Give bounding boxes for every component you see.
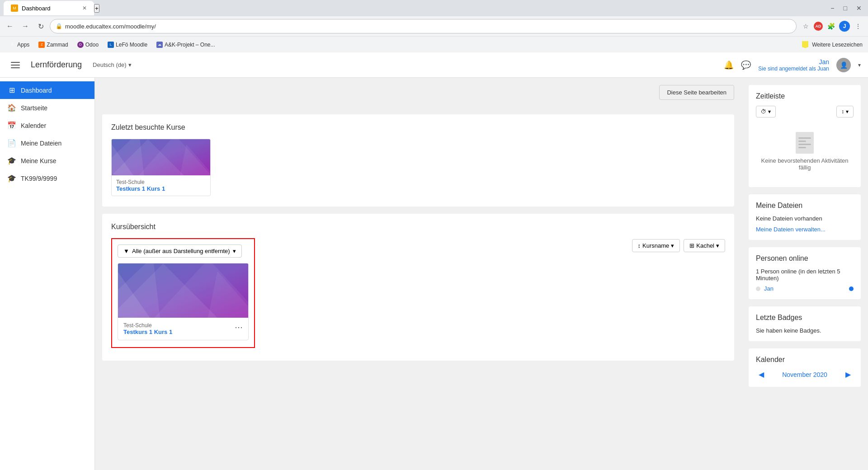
badges-widget: Letzte Badges Sie haben keine Badges. bbox=[749, 306, 861, 341]
tab-title: Dashboard bbox=[22, 5, 51, 12]
timeline-line-2 bbox=[798, 141, 806, 142]
calendar-prev-button[interactable]: ◀ bbox=[756, 369, 767, 380]
ext-icon[interactable]: AD bbox=[814, 22, 823, 31]
timeline-sort-button[interactable]: ↕ ▾ bbox=[836, 106, 854, 118]
hamburger-menu-button[interactable] bbox=[7, 57, 24, 73]
menu-button[interactable]: ⋮ bbox=[852, 20, 864, 33]
sidebar-item-startseite[interactable]: 🏠 Startseite bbox=[0, 99, 94, 117]
browser-icons-right: ☆ AD 🧩 J ⋮ bbox=[799, 20, 864, 33]
filter-bar: ▼ Alle (außer aus Darstellung entfernte)… bbox=[118, 244, 249, 258]
timeline-line-4 bbox=[798, 147, 806, 148]
online-user-item: Jan bbox=[756, 285, 854, 292]
sidebar-item-meine-kurse[interactable]: 🎓 Meine Kurse bbox=[0, 152, 94, 169]
forward-button[interactable]: → bbox=[19, 20, 32, 33]
course-image-pattern bbox=[112, 139, 210, 175]
course-options-button[interactable]: ⋯ bbox=[235, 322, 243, 332]
course-name[interactable]: Testkurs 1 Kurs 1 bbox=[116, 185, 206, 192]
messages-button[interactable]: 💬 bbox=[741, 60, 751, 70]
sort-icon: ↕ bbox=[638, 242, 641, 249]
filter-icon: ▼ bbox=[123, 248, 129, 254]
overview-course-body: Test-Schule Testkurs 1 Kurs 1 ⋯ bbox=[118, 318, 248, 340]
manage-files-link[interactable]: Meine Dateien verwalten... bbox=[756, 226, 826, 233]
language-selector[interactable]: Deutsch (de) ▾ bbox=[89, 60, 135, 70]
zeitleiste-title: Zeitleiste bbox=[756, 92, 854, 100]
filter-label: Alle (außer aus Darstellung entfernte) bbox=[132, 248, 230, 254]
ak-label: A&K-Projekt – One... bbox=[165, 42, 215, 48]
overview-course-name[interactable]: Testkurs 1 Kurs 1 bbox=[123, 329, 172, 335]
url-text: moodle.educaltex.com/moodle/my/ bbox=[65, 23, 791, 30]
sort-kursname-button[interactable]: ↕ Kursname ▾ bbox=[632, 239, 680, 252]
sidebar-item-dashboard[interactable]: ⊞ Dashboard bbox=[0, 81, 94, 99]
course-name-link[interactable]: Testkurs 1 Kurs 1 bbox=[116, 185, 165, 192]
reading-list-icon bbox=[802, 41, 808, 48]
extensions-button[interactable]: 🧩 bbox=[825, 20, 837, 33]
overview-course-image bbox=[118, 263, 248, 318]
sidebar-dateien-label: Meine Dateien bbox=[21, 140, 61, 147]
recently-visited-section: Zuletzt besuchte Kurse bbox=[102, 114, 734, 207]
recently-visited-title: Zuletzt besuchte Kurse bbox=[111, 123, 725, 132]
sort-kachel-label: Kachel bbox=[696, 242, 714, 249]
back-button[interactable]: ← bbox=[4, 20, 16, 33]
timeline-empty: Keine bevorstehenden Aktivitäten fällig bbox=[756, 123, 854, 180]
sidebar-item-tk[interactable]: 🎓 TK99/9/9999 bbox=[0, 169, 94, 187]
calendar-next-button[interactable]: ▶ bbox=[843, 369, 854, 380]
online-status-indicator bbox=[849, 287, 854, 291]
sort-kursname-chevron: ▾ bbox=[671, 242, 674, 249]
bookmark-odoo[interactable]: O Odoo bbox=[74, 40, 102, 50]
timeline-sort-chevron: ▾ bbox=[846, 108, 849, 115]
badges-empty-text: Sie haben keine Badges. bbox=[756, 327, 854, 334]
browser-tab[interactable]: M Dashboard ✕ bbox=[4, 1, 94, 15]
bookmark-apps[interactable]: ⠿ Apps bbox=[5, 40, 33, 50]
kalender-icon: 📅 bbox=[7, 121, 16, 130]
hamburger-line-2 bbox=[11, 65, 20, 66]
no-files-text: Keine Dateien vorhanden bbox=[756, 215, 854, 222]
header-right: 🔔 💬 Jan Sie sind angemeldet als Juan 👤 ▾ bbox=[724, 58, 861, 72]
reload-button[interactable]: ↻ bbox=[34, 20, 47, 33]
bookmark-zammad[interactable]: Z Zammad bbox=[35, 40, 71, 50]
browser-toolbar: ← → ↻ 🔒 moodle.educaltex.com/moodle/my/ … bbox=[0, 16, 868, 36]
app-header: Lernförderung Deutsch (de) ▾ 🔔 💬 Jan Sie… bbox=[0, 52, 868, 78]
bookmark-star-button[interactable]: ☆ bbox=[799, 20, 812, 33]
user-menu-chevron-icon[interactable]: ▾ bbox=[858, 62, 861, 68]
user-avatar[interactable]: J bbox=[839, 21, 850, 32]
sidebar-startseite-label: Startseite bbox=[21, 104, 47, 112]
odoo-favicon: O bbox=[77, 42, 84, 48]
edit-page-button[interactable]: Diese Seite bearbeiten bbox=[659, 85, 734, 100]
user-name[interactable]: Jan bbox=[819, 58, 829, 66]
badges-title: Letzte Badges bbox=[756, 314, 854, 322]
close-button[interactable]: ✕ bbox=[854, 4, 864, 13]
kursubersicht-title: Kursübersicht bbox=[111, 223, 725, 231]
zammad-label: Zammad bbox=[47, 42, 68, 48]
timeline-filter-button[interactable]: ⏱ ▾ bbox=[756, 106, 776, 118]
maximize-button[interactable]: □ bbox=[841, 4, 850, 13]
kachel-icon: ⊞ bbox=[689, 242, 694, 249]
tab-close-button[interactable]: ✕ bbox=[82, 5, 87, 11]
lefo-favicon: L bbox=[108, 42, 114, 48]
user-avatar-header[interactable]: 👤 bbox=[836, 58, 851, 72]
bookmark-lefo[interactable]: L LeFö Moodle bbox=[104, 40, 151, 50]
address-bar[interactable]: 🔒 moodle.educaltex.com/moodle/my/ bbox=[50, 19, 797, 33]
odoo-label: Odoo bbox=[85, 42, 99, 48]
startseite-icon: 🏠 bbox=[7, 103, 16, 112]
filter-dropdown[interactable]: ▼ Alle (außer aus Darstellung entfernte)… bbox=[118, 244, 242, 258]
timeline-filter-chevron: ▾ bbox=[768, 108, 771, 115]
sort-kachel-button[interactable]: ⊞ Kachel ▾ bbox=[684, 239, 725, 252]
dateien-widget-title: Meine Dateien bbox=[756, 202, 854, 210]
sidebar-item-kalender[interactable]: 📅 Kalender bbox=[0, 117, 94, 134]
notification-bell-button[interactable]: 🔔 bbox=[724, 60, 734, 70]
reading-list-label[interactable]: Weitere Lesezeichen bbox=[812, 42, 863, 48]
user-role: Sie sind angemeldet als Juan bbox=[758, 66, 829, 72]
overview-course-name-link[interactable]: Testkurs 1 Kurs 1 bbox=[123, 329, 172, 335]
tab-favicon: M bbox=[11, 5, 18, 12]
kurse-icon: 🎓 bbox=[7, 156, 16, 165]
sort-controls: ↕ Kursname ▾ ⊞ Kachel ▾ bbox=[632, 239, 726, 252]
kursubersicht-section: Kursübersicht ▼ Alle (außer aus Darstell… bbox=[102, 214, 734, 361]
sidebar-item-meine-dateien[interactable]: 📄 Meine Dateien bbox=[0, 134, 94, 152]
minimize-button[interactable]: − bbox=[828, 4, 837, 13]
zammad-favicon: Z bbox=[38, 42, 45, 48]
language-label: Deutsch (de) bbox=[93, 61, 126, 68]
bookmark-ak[interactable]: ☁ A&K-Projekt – One... bbox=[153, 40, 218, 50]
lefo-label: LeFö Moodle bbox=[116, 42, 147, 48]
new-tab-button[interactable]: + bbox=[94, 4, 99, 13]
sidebar-dashboard-label: Dashboard bbox=[21, 87, 52, 94]
